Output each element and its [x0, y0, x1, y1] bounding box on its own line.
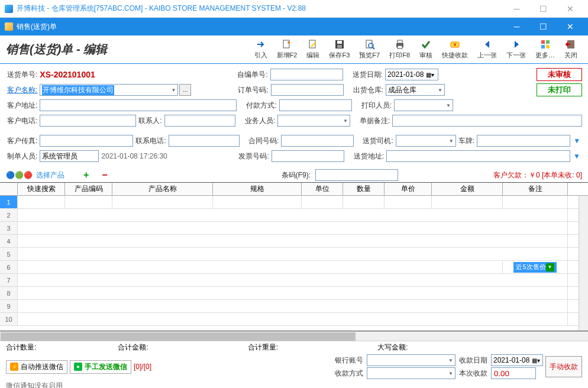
recvdate-label: 收款日期 [458, 355, 489, 366]
svg-rect-4 [337, 45, 342, 48]
custname-combo[interactable]: 开博维尔科技有限公司▼ [40, 84, 178, 96]
svg-rect-12 [541, 40, 545, 44]
contacttel-label: 联系电话: [134, 136, 167, 146]
custname-label[interactable]: 客户名称: [6, 85, 38, 95]
audit-button[interactable]: 审核 [416, 38, 436, 61]
warehouse-label: 出货仓库: [352, 85, 385, 95]
orderno-label: 订单号码: [237, 85, 269, 95]
svg-rect-0 [283, 40, 289, 48]
contacttel-input[interactable] [169, 135, 240, 147]
import-button[interactable]: 引入 [251, 38, 271, 61]
contract-input[interactable] [281, 135, 354, 147]
contact-input[interactable] [164, 115, 235, 127]
remove-row-button[interactable]: − [102, 170, 107, 180]
horizontal-scrollbar[interactable] [0, 331, 588, 341]
recvmethod-combo[interactable]: ▼ [367, 367, 455, 379]
recvdate-input[interactable]: 2021-01-08▦▾ [491, 354, 543, 366]
warehouse-combo[interactable]: 成品仓库▼ [386, 84, 445, 96]
save-button[interactable]: 保存F3 [325, 38, 353, 61]
minimize-button[interactable]: ─ [503, 0, 530, 18]
orderno-input[interactable] [271, 84, 344, 96]
invoice-label: 发票号码: [237, 151, 270, 161]
expand-icon[interactable]: ▼ [571, 137, 582, 145]
custaddr-input[interactable] [40, 99, 237, 111]
edit-button[interactable]: 编辑 [303, 38, 323, 61]
customer-debt-text: 客户欠款：￥0 [本单未收: 0] [493, 170, 582, 180]
manual-send-wechat-button[interactable]: ●手工发送微信 [70, 360, 131, 374]
table-row: 10 [0, 313, 588, 326]
salesman-combo[interactable]: ▼ [277, 115, 350, 127]
maximize-button[interactable]: ☐ [530, 0, 557, 18]
paymethod-label: 付款方式: [245, 101, 277, 111]
page-heading: 销售(送货)单 - 编辑 [6, 41, 250, 57]
palette-icon: 🔵🟢🔴 [6, 171, 33, 179]
custfax-label: 客户传真: [6, 136, 38, 146]
recvmethod-label: 收款方式 [334, 368, 364, 379]
plate-input[interactable] [477, 135, 570, 147]
calendar-icon[interactable]: ▦▾ [426, 72, 434, 78]
manual-receive-button[interactable]: 手动收款 [545, 356, 582, 377]
deliverdate-label: 送货日期: [351, 70, 384, 80]
barcode-input[interactable] [315, 169, 398, 181]
svg-rect-3 [337, 41, 342, 44]
prev-button[interactable]: 上一张 [474, 38, 500, 61]
remark-label: 单据备注: [358, 116, 391, 126]
remark-input[interactable] [392, 115, 582, 127]
app-icon [5, 5, 13, 13]
shipaddr-label: 送货地址: [353, 151, 385, 161]
grid-body[interactable]: 1 2 3 4 5 6近5次售价▼ 7 8 9 10 [0, 196, 588, 326]
invoice-input[interactable] [272, 150, 344, 162]
quickpay-button[interactable]: ¥快捷收款 [438, 38, 471, 61]
custtel-input[interactable] [40, 115, 136, 127]
total-amt-label: 合计金额: [118, 342, 148, 353]
close-toolbar-button[interactable]: 关闭 [561, 38, 581, 61]
svg-rect-9 [398, 46, 402, 48]
price-history-popup[interactable]: 近5次售价▼ [513, 262, 556, 273]
more-button[interactable]: 更多… [532, 38, 558, 61]
next-button[interactable]: 下一张 [503, 38, 529, 61]
custfax-input[interactable] [40, 135, 133, 147]
dropdown-icon: ▼ [546, 263, 554, 271]
select-product-link[interactable]: 选择产品 [36, 170, 64, 180]
custaddr-label: 客户地址: [6, 101, 38, 111]
add-row-button[interactable]: + [83, 170, 89, 180]
thisrecv-input[interactable] [491, 367, 536, 379]
custname-lookup-button[interactable]: … [179, 84, 191, 96]
thisrecv-label: 本次收款 [458, 368, 489, 379]
driver-combo[interactable]: ▼ [396, 135, 456, 147]
printer-label: 打印人员: [360, 101, 393, 111]
subwindow-title: 销售(送货)单 [17, 22, 503, 32]
preview-button[interactable]: 预览F7 [356, 38, 383, 61]
auto-push-wechat-button[interactable]: ⚡自动推送微信 [6, 360, 67, 374]
table-row: 6近5次售价▼ [0, 261, 588, 274]
table-row: 9 [0, 300, 588, 313]
not-audited-badge: 未审核 [537, 68, 582, 81]
deliverdate-input[interactable]: 2021-01-08▦▾ [385, 69, 438, 80]
sub-minimize-button[interactable]: ─ [503, 18, 530, 35]
expand-icon-2[interactable]: ▼ [571, 152, 582, 160]
paymethod-input[interactable] [279, 99, 352, 111]
bank-combo[interactable]: ▼ [367, 354, 455, 366]
new-button[interactable]: 新增F2 [273, 38, 301, 61]
svg-rect-8 [398, 40, 402, 43]
total-cn-label: 大写金额: [377, 342, 408, 353]
sub-close-button[interactable]: ✕ [557, 18, 583, 35]
svg-text:¥: ¥ [453, 42, 457, 47]
grid-header: 快速搜索 产品编码 产品名称 规格 单位 数量 单价 金额 备注 [0, 183, 588, 196]
bank-label: 银行账号 [334, 355, 364, 366]
printer-combo[interactable]: ▼ [394, 99, 453, 111]
print-button[interactable]: 打印F8 [386, 38, 413, 61]
table-row: 1 [0, 196, 588, 209]
vertical-scrollbar[interactable] [579, 196, 588, 331]
selfno-label: 自编单号: [236, 70, 269, 80]
sub-maximize-button[interactable]: ☐ [530, 18, 557, 35]
barcode-label: 条码(F9): [280, 170, 312, 180]
driver-label: 送货司机: [361, 136, 394, 146]
selfno-input[interactable] [270, 69, 343, 80]
svg-rect-15 [546, 45, 550, 48]
close-button[interactable]: ✕ [557, 0, 583, 18]
creator-label: 制单人员: [6, 151, 38, 161]
custtel-label: 客户电话: [6, 116, 38, 126]
window-title: 开博科技 - 仓库管理系统[757ABC.COM] - KAIBO STORE … [17, 4, 503, 14]
shipaddr-input[interactable] [386, 150, 570, 162]
